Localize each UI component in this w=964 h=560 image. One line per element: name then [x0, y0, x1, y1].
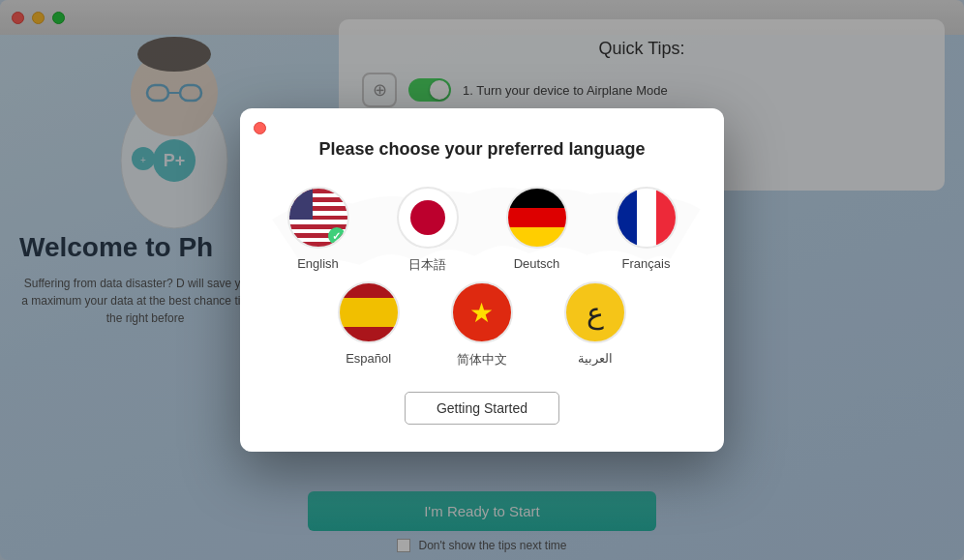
modal-overlay: Please choose your preferred language ✓ … — [0, 0, 964, 560]
lang-item-japanese[interactable]: 日本語 — [377, 187, 478, 274]
flag-cn — [451, 281, 513, 343]
lang-item-arabic[interactable]: العربية — [543, 281, 648, 368]
lang-label-japanese: 日本語 — [408, 256, 446, 274]
getting-started-button[interactable]: Getting Started — [405, 392, 559, 425]
flag-jp — [397, 187, 459, 249]
flag-ar — [564, 281, 626, 343]
language-grid-row1: ✓ English 日本語 Deutsch — [267, 187, 697, 274]
lang-label-chinese: 简体中文 — [457, 351, 507, 368]
language-modal: Please choose your preferred language ✓ … — [240, 108, 724, 452]
flag-es — [338, 281, 400, 343]
lang-item-french[interactable]: Français — [595, 187, 697, 274]
modal-close-dot[interactable] — [254, 122, 266, 134]
lang-label-german: Deutsch — [514, 256, 560, 271]
flag-de — [506, 187, 568, 249]
selected-checkmark: ✓ — [328, 227, 346, 245]
lang-label-spanish: Español — [346, 351, 391, 366]
lang-item-spanish[interactable]: Español — [316, 281, 421, 368]
lang-label-english: English — [297, 256, 339, 271]
modal-title: Please choose your preferred language — [267, 139, 697, 160]
flag-fr — [616, 187, 678, 249]
lang-item-chinese[interactable]: 简体中文 — [429, 281, 534, 368]
lang-label-arabic: العربية — [578, 351, 613, 366]
lang-item-german[interactable]: Deutsch — [486, 187, 587, 274]
language-grid-row2: Español 简体中文 العربية — [267, 281, 697, 368]
lang-label-french: Français — [622, 256, 671, 271]
flag-us: ✓ — [287, 187, 349, 249]
lang-item-english[interactable]: ✓ English — [267, 187, 369, 274]
